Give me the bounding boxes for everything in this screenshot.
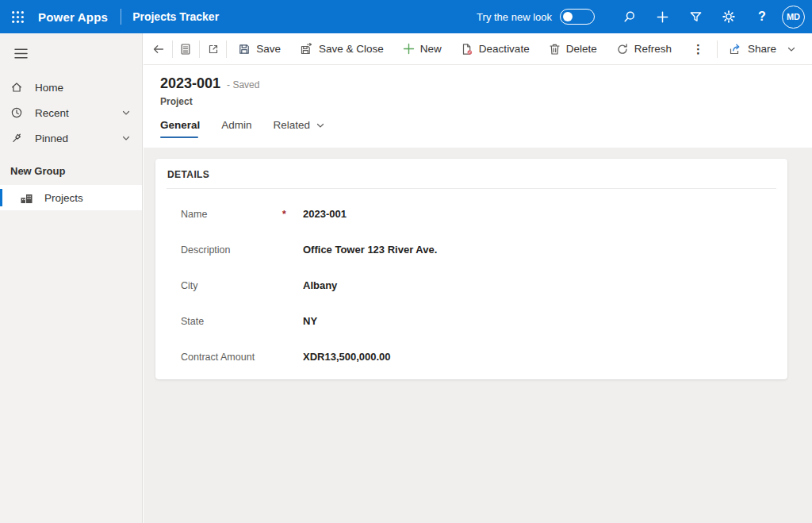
record-title-row: 2023-001 - Saved — [160, 75, 812, 92]
section-divider — [167, 188, 776, 189]
search-button[interactable] — [612, 0, 645, 33]
help-button[interactable]: ? — [745, 0, 779, 33]
app-name: Projects Tracker — [132, 10, 219, 23]
field-row-state: State NY — [155, 303, 787, 339]
app-launcher-waffle-icon[interactable] — [0, 0, 35, 33]
field-value[interactable]: XDR13,500,000.00 — [303, 351, 391, 363]
new-button[interactable]: New — [393, 37, 451, 61]
sidebar-item-label: Projects — [44, 192, 83, 204]
toggle-knob — [563, 12, 573, 21]
section-title: DETAILS — [155, 159, 787, 180]
field-label: Contract Amount — [181, 352, 282, 363]
chevron-down-icon[interactable] — [121, 108, 131, 117]
back-arrow-icon — [152, 43, 165, 56]
chevron-down-icon — [787, 44, 796, 54]
save-close-icon — [300, 43, 313, 56]
field-list: Name * 2023-001 Description Office Tower… — [155, 196, 787, 375]
hamburger-icon — [14, 48, 28, 59]
open-in-new-window-button[interactable] — [201, 37, 225, 61]
form-selector-button[interactable] — [174, 37, 197, 61]
home-icon — [10, 81, 24, 94]
question-mark-icon: ? — [758, 10, 766, 24]
share-button[interactable]: Share — [719, 37, 806, 61]
sidebar-item-home[interactable]: Home — [0, 75, 142, 100]
collapse-sitemap-button[interactable] — [5, 38, 36, 68]
field-value[interactable]: Albany — [303, 279, 337, 291]
command-separator — [199, 40, 200, 58]
form-content-area: DETAILS Name * 2023-001 Description Offi… — [144, 148, 812, 523]
building-icon — [20, 191, 33, 205]
tab-general[interactable]: General — [160, 119, 200, 138]
sidebar-item-label: Home — [35, 82, 63, 94]
sidebar-item-projects[interactable]: Projects — [0, 185, 142, 210]
field-value[interactable]: 2023-001 — [303, 208, 347, 220]
required-marker: * — [282, 209, 303, 220]
command-bar-right: Share — [715, 37, 812, 61]
top-navigation-bar: Power Apps Projects Tracker Try the new … — [0, 0, 812, 33]
chevron-down-icon[interactable] — [121, 133, 131, 143]
command-label: Delete — [566, 43, 597, 55]
trash-icon — [549, 43, 561, 56]
search-icon — [622, 10, 636, 24]
sidebar-item-recent[interactable]: Recent — [0, 100, 142, 125]
command-label: Deactivate — [479, 43, 530, 55]
funnel-icon — [689, 10, 703, 24]
field-row-name: Name * 2023-001 — [155, 196, 787, 232]
clock-icon — [10, 106, 24, 120]
gear-icon — [722, 10, 736, 24]
save-and-close-button[interactable]: Save & Close — [290, 37, 393, 61]
pin-icon — [10, 132, 24, 145]
command-label: Share — [748, 43, 776, 55]
deactivate-button[interactable]: Deactivate — [451, 37, 539, 61]
form-icon — [179, 43, 192, 56]
command-bar: Save Save & Close New Deactivate Delete — [144, 33, 812, 65]
details-section-card: DETAILS Name * 2023-001 Description Offi… — [155, 159, 787, 379]
field-label: City — [181, 280, 282, 291]
command-separator — [226, 40, 227, 58]
save-icon — [238, 43, 251, 56]
share-icon — [729, 43, 742, 56]
back-button[interactable] — [147, 37, 170, 61]
command-label: Refresh — [634, 43, 672, 55]
topbar-divider — [121, 9, 121, 25]
save-button[interactable]: Save — [228, 37, 290, 61]
new-look-toggle[interactable] — [560, 9, 595, 25]
settings-button[interactable] — [712, 0, 745, 33]
plus-icon — [403, 43, 415, 55]
new-look-label: Try the new look — [477, 11, 552, 23]
plus-icon — [656, 10, 669, 24]
popout-icon — [207, 43, 220, 56]
field-row-city: City Albany — [155, 267, 787, 303]
tab-related[interactable]: Related — [274, 119, 326, 138]
field-label: State — [181, 316, 282, 327]
delete-button[interactable]: Delete — [539, 37, 607, 61]
field-value[interactable]: NY — [303, 315, 317, 327]
refresh-button[interactable]: Refresh — [607, 37, 681, 61]
refresh-icon — [616, 43, 629, 56]
filter-button[interactable] — [679, 0, 712, 33]
command-label: New — [420, 43, 442, 55]
waffle-icon — [11, 10, 25, 24]
record-title: 2023-001 — [160, 75, 220, 92]
avatar-initials: MD — [787, 12, 800, 21]
deactivate-icon — [461, 43, 473, 56]
tab-label: General — [160, 119, 200, 131]
account-avatar[interactable]: MD — [782, 6, 805, 29]
field-label: Description — [181, 244, 282, 256]
record-header: 2023-001 - Saved Project General Admin R… — [144, 65, 812, 148]
sitemap-sidebar: Home Recent Pinned New Group — [0, 33, 143, 523]
topbar-actions: Try the new look ? — [477, 0, 812, 33]
record-entity-type: Project — [160, 96, 812, 107]
brand-title[interactable]: Power Apps — [38, 10, 108, 24]
quick-create-button[interactable] — [645, 0, 679, 33]
form-tabs: General Admin Related — [160, 119, 812, 138]
field-value[interactable]: Office Tower 123 River Ave. — [303, 244, 437, 256]
more-commands-button[interactable]: ⋮ — [681, 42, 715, 56]
sidebar-item-label: Recent — [35, 107, 69, 119]
chevron-down-icon — [316, 121, 325, 130]
sidebar-item-label: Pinned — [35, 133, 68, 144]
tab-admin[interactable]: Admin — [221, 119, 251, 138]
command-separator — [172, 40, 173, 58]
sidebar-item-pinned[interactable]: Pinned — [0, 125, 142, 151]
field-row-description: Description Office Tower 123 River Ave. — [155, 232, 787, 267]
